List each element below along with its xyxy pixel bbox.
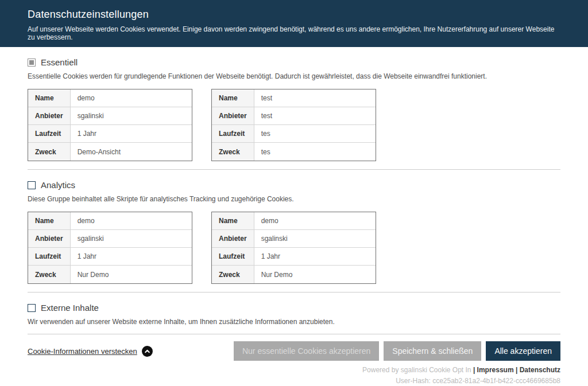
table-value-cell: sgalinski: [71, 107, 192, 125]
table-row: Zweck Nur Demo: [212, 266, 376, 283]
table-value-cell: test: [254, 107, 376, 125]
table-row: Zweck tes: [212, 143, 376, 161]
hide-cookie-info-label: Cookie-Informationen verstecken: [28, 347, 137, 356]
table-header-cell: Zweck: [28, 266, 71, 283]
table-header-cell: Name: [212, 212, 254, 230]
table-row: Name demo: [28, 89, 192, 107]
table-header-cell: Zweck: [212, 143, 254, 161]
table-header-cell: Zweck: [212, 266, 254, 283]
table-value-cell: tes: [254, 125, 376, 143]
analytics-checkbox[interactable]: [28, 181, 36, 189]
table-header-cell: Name: [212, 89, 254, 107]
table-row: Name demo: [28, 212, 192, 230]
table-value-cell: demo: [71, 212, 192, 230]
table-row: Laufzeit tes: [212, 125, 376, 143]
table-header-cell: Laufzeit: [28, 125, 71, 143]
table-row: Name test: [212, 89, 376, 107]
section-external-label: Externe Inhalte: [41, 303, 99, 313]
privacy-settings-banner: Datenschutzeinstellungen Auf unserer Web…: [0, 0, 588, 47]
section-essential-description: Essentielle Cookies werden für grundlege…: [28, 72, 560, 80]
table-value-cell: tes: [254, 143, 376, 161]
table-row: Laufzeit 1 Jahr: [212, 248, 376, 266]
actions-row: Cookie-Informationen verstecken Nur esse…: [28, 341, 560, 361]
actions-divider: [28, 334, 560, 334]
section-essential: Essentiell Essentielle Cookies werden fü…: [28, 57, 560, 161]
table-row: Laufzeit 1 Jahr: [28, 125, 192, 143]
external-content-checkbox[interactable]: [28, 304, 36, 312]
section-analytics-label: Analytics: [41, 180, 75, 190]
table-row: Zweck Nur Demo: [28, 266, 192, 283]
table-row: Anbieter sgalinski: [212, 230, 376, 248]
table-row: Anbieter test: [212, 107, 376, 125]
table-header-cell: Name: [28, 89, 71, 107]
table-value-cell: sgalinski: [254, 230, 376, 248]
table-row: Anbieter sgalinski: [28, 107, 192, 125]
separator: |: [516, 366, 517, 374]
table-header-cell: Anbieter: [212, 230, 254, 248]
save-and-close-button[interactable]: Speichern & schließen: [384, 341, 481, 361]
footer-meta: Powered by sgalinski Cookie Opt In | Imp…: [28, 366, 560, 385]
table-value-cell: demo: [71, 89, 192, 107]
table-value-cell: demo: [254, 212, 376, 230]
table-value-cell: 1 Jahr: [71, 125, 192, 143]
powered-by-text: Powered by sgalinski Cookie Opt In: [362, 366, 471, 374]
section-external-description: Wir verwenden auf unserer Website extern…: [28, 318, 560, 326]
section-divider: [28, 292, 560, 293]
accept-essential-button[interactable]: Nur essentielle Cookies akzeptieren: [234, 341, 379, 361]
section-external-header: Externe Inhalte: [28, 303, 560, 313]
table-header-cell: Name: [28, 212, 71, 230]
separator: |: [473, 366, 475, 374]
cookie-table: Name demo Anbieter sgalinski Laufzeit 1 …: [28, 212, 192, 284]
table-row: Name demo: [212, 212, 376, 230]
section-divider: [28, 169, 560, 170]
table-header-cell: Laufzeit: [28, 248, 71, 266]
table-header-cell: Zweck: [28, 143, 71, 161]
section-analytics: Analytics Diese Gruppe beinhaltet alle S…: [28, 180, 560, 284]
table-header-cell: Anbieter: [28, 107, 71, 125]
table-row: Laufzeit 1 Jahr: [28, 248, 192, 266]
section-analytics-header: Analytics: [28, 180, 560, 190]
table-header-cell: Laufzeit: [212, 248, 254, 266]
table-header-cell: Anbieter: [28, 230, 71, 248]
analytics-cookie-tables: Name demo Anbieter sgalinski Laufzeit 1 …: [28, 212, 560, 284]
essential-cookie-tables: Name demo Anbieter sgalinski Laufzeit 1 …: [28, 89, 560, 161]
section-essential-label: Essentiell: [41, 57, 78, 67]
section-external-content: Externe Inhalte Wir verwenden auf unsere…: [28, 303, 560, 326]
table-value-cell: Demo-Ansicht: [71, 143, 192, 161]
chevron-up-icon[interactable]: [142, 346, 153, 357]
page-title: Datenschutzeinstellungen: [28, 9, 560, 21]
table-header-cell: Laufzeit: [212, 125, 254, 143]
cookie-table: Name test Anbieter test Laufzeit tes Zwe…: [211, 89, 376, 161]
datenschutz-link[interactable]: Datenschutz: [520, 366, 560, 374]
table-row: Anbieter sgalinski: [28, 230, 192, 248]
table-value-cell: Nur Demo: [71, 266, 192, 283]
table-value-cell: 1 Jahr: [71, 248, 192, 266]
table-row: Zweck Demo-Ansicht: [28, 143, 192, 161]
impressum-link[interactable]: Impressum: [477, 366, 514, 374]
section-essential-header: Essentiell: [28, 57, 560, 67]
user-hash-text: User-Hash: cce25ab2-81a2-4b1f-b422-ccc46…: [28, 377, 560, 386]
table-value-cell: sgalinski: [71, 230, 192, 248]
cookie-table: Name demo Anbieter sgalinski Laufzeit 1 …: [211, 212, 376, 284]
powered-by-line: Powered by sgalinski Cookie Opt In | Imp…: [28, 366, 560, 375]
table-value-cell: 1 Jahr: [254, 248, 376, 266]
table-value-cell: test: [254, 89, 376, 107]
table-header-cell: Anbieter: [212, 107, 254, 125]
cookie-table: Name demo Anbieter sgalinski Laufzeit 1 …: [28, 89, 192, 161]
section-analytics-description: Diese Gruppe beinhaltet alle Skripte für…: [28, 195, 560, 203]
hide-cookie-info-link[interactable]: Cookie-Informationen verstecken: [28, 346, 153, 357]
essential-checkbox: [28, 59, 36, 67]
banner-description: Auf unserer Webseite werden Cookies verw…: [28, 25, 560, 41]
consent-buttons: Nur essentielle Cookies akzeptieren Spei…: [234, 341, 560, 361]
checkbox-fill-icon: [29, 60, 34, 65]
table-value-cell: Nur Demo: [254, 266, 376, 283]
main-content: Essentiell Essentielle Cookies werden fü…: [0, 57, 588, 385]
accept-all-button[interactable]: Alle akzeptieren: [486, 341, 560, 361]
